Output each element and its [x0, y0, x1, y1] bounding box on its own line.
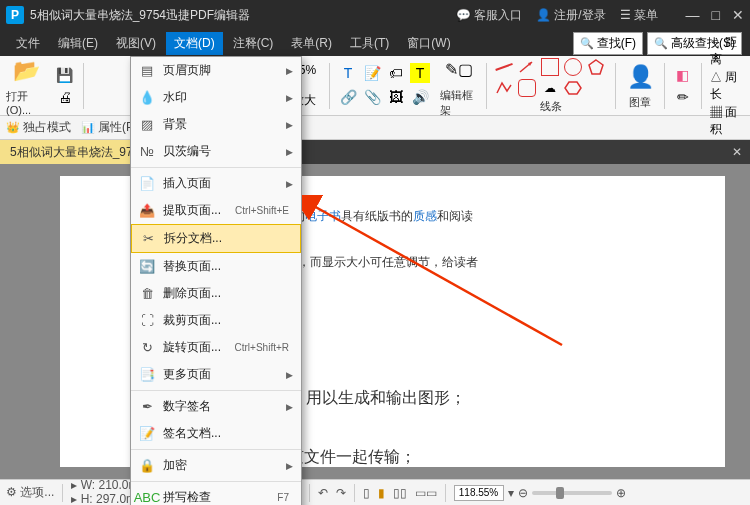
open-button[interactable]: 📂 打开(O)...	[6, 55, 47, 116]
menu-digital-sign[interactable]: ✒数字签名▶	[131, 393, 301, 420]
lock-icon: 🔒	[139, 458, 155, 474]
polyline-shape[interactable]	[495, 79, 513, 97]
menu-replace-page[interactable]: 🔄替换页面...	[131, 253, 301, 280]
menu-document[interactable]: 文档(D)	[166, 32, 223, 55]
menu-link[interactable]: ☰ 菜单	[620, 7, 658, 24]
rounded-rect-shape[interactable]	[518, 79, 536, 97]
highlight-icon[interactable]: T	[410, 63, 430, 83]
rotate-icon: ↻	[139, 340, 155, 356]
page-icon: ▤	[139, 63, 155, 79]
login-link[interactable]: 👤 注册/登录	[536, 7, 605, 24]
nav-fwd-button[interactable]: ↷	[336, 486, 346, 500]
split-icon: ✂	[140, 231, 156, 247]
menu-edit[interactable]: 编辑(E)	[50, 32, 106, 55]
zoom-in-button[interactable]: ⊕	[616, 486, 626, 500]
line-shape[interactable]	[495, 58, 513, 76]
options-button[interactable]: ⚙ 选项...	[6, 484, 54, 501]
menu-file[interactable]: 文件	[8, 32, 48, 55]
note-icon[interactable]: 📝	[362, 63, 382, 83]
menu-crop-page[interactable]: ⛶裁剪页面...	[131, 307, 301, 334]
replace-icon: 🔄	[139, 259, 155, 275]
menu-header-footer[interactable]: ▤页眉页脚▶	[131, 57, 301, 84]
print-icon[interactable]: 🖨	[55, 87, 75, 107]
link-icon[interactable]: 🔗	[338, 87, 358, 107]
attach-icon[interactable]: 📎	[362, 87, 382, 107]
folder-open-icon: 📂	[10, 55, 42, 87]
rect-shape[interactable]	[541, 58, 559, 76]
save-icon[interactable]: 💾	[55, 65, 75, 85]
layout-book-icon[interactable]: ▭▭	[415, 486, 437, 500]
toolbar: 📂 打开(O)... 💾 🖨 🔍 ⬜ 55% ▾ 放大 T 📝 🏷 T 🔗 📎 …	[0, 56, 750, 116]
layout-single-icon[interactable]: ▯	[363, 486, 370, 500]
more-icon: 📑	[139, 367, 155, 383]
sound-icon[interactable]: 🔊	[410, 87, 430, 107]
distance-tool[interactable]: ↔ 距离	[710, 34, 744, 68]
menu-watermark[interactable]: 💧水印▶	[131, 84, 301, 111]
eraser-icon[interactable]: ◧	[673, 65, 693, 85]
document-tabs: 5相似词大量串烧法_9754 × ✕	[0, 140, 750, 164]
service-link[interactable]: 💬 客服入口	[456, 7, 522, 24]
zoom-out-button[interactable]: ⊖	[518, 486, 528, 500]
area-tool[interactable]: ▦ 面积	[710, 104, 744, 138]
layout-continuous-icon[interactable]: ▮	[378, 486, 385, 500]
menu-encrypt[interactable]: 🔒加密▶	[131, 452, 301, 479]
menu-window[interactable]: 窗口(W)	[399, 32, 458, 55]
menu-sign-document[interactable]: 📝签名文档...	[131, 420, 301, 447]
number-icon: №	[139, 144, 155, 160]
polygon-shape[interactable]	[587, 58, 605, 76]
edit-area-button[interactable]: ✎▢ 编辑框架	[440, 54, 478, 118]
crop-icon: ⛶	[139, 313, 155, 329]
menu-more-pages[interactable]: 📑更多页面▶	[131, 361, 301, 388]
watermark-icon: 💧	[139, 90, 155, 106]
window-title: 5相似词大量串烧法_9754迅捷PDF编辑器	[30, 7, 456, 24]
tabs-close-all[interactable]: ✕	[724, 145, 750, 159]
app-logo: P	[6, 6, 24, 24]
maximize-button[interactable]: □	[712, 7, 720, 23]
menu-form[interactable]: 表单(R)	[283, 32, 340, 55]
nav-back-button[interactable]: ↶	[318, 486, 328, 500]
close-button[interactable]: ✕	[732, 7, 744, 23]
menu-annotate[interactable]: 注释(C)	[225, 32, 282, 55]
text-line: 成：	[250, 321, 695, 359]
arrow-shape[interactable]	[518, 58, 536, 76]
insert-icon: 📄	[139, 176, 155, 192]
menu-insert-page[interactable]: 📄插入页面▶	[131, 170, 301, 197]
circle-shape[interactable]	[564, 58, 582, 76]
extract-icon: 📤	[139, 203, 155, 219]
titlebar: P 5相似词大量串烧法_9754迅捷PDF编辑器 💬 客服入口 👤 注册/登录 …	[0, 0, 750, 30]
zoom-dropdown-icon[interactable]: ▾	[508, 486, 514, 500]
menu-background[interactable]: ▨背景▶	[131, 111, 301, 138]
cloud-shape[interactable]: ☁	[541, 79, 559, 97]
document-menu-dropdown: ▤页眉页脚▶ 💧水印▶ ▨背景▶ №贝茨编号▶ 📄插入页面▶ 📤提取页面...C…	[130, 56, 302, 505]
perimeter-tool[interactable]: △ 周长	[710, 69, 744, 103]
stamp-tool-icon[interactable]: 🏷	[386, 63, 406, 83]
text-line: ，用以生成和输出图形；	[290, 379, 695, 417]
spellcheck-icon: ABC	[139, 490, 155, 506]
stamp-button[interactable]: 👤 图章	[624, 61, 656, 110]
document-viewport[interactable]: DF 制作的电子书具有纸版书的质感和阅读 书的原貌，而显示大小可任意调节，给读者…	[0, 164, 750, 479]
menu-spellcheck[interactable]: ABC拼写检查F7	[131, 484, 301, 505]
text-tool-icon[interactable]: T	[338, 63, 358, 83]
zoom-slider[interactable]	[532, 491, 612, 495]
menu-rotate-page[interactable]: ↻旋转页面...Ctrl+Shift+R	[131, 334, 301, 361]
svg-marker-2	[589, 60, 603, 74]
layout-facing-icon[interactable]: ▯▯	[393, 486, 407, 500]
menu-split-document[interactable]: ✂拆分文档...	[131, 224, 301, 253]
find-button[interactable]: 🔍查找(F)	[573, 32, 643, 55]
sign-doc-icon: 📝	[139, 426, 155, 442]
svg-marker-3	[565, 82, 581, 94]
menu-view[interactable]: 视图(V)	[108, 32, 164, 55]
menu-delete-page[interactable]: 🗑删除页面...	[131, 280, 301, 307]
solo-mode-button[interactable]: 👑 独占模式	[6, 119, 71, 136]
menu-tools[interactable]: 工具(T)	[342, 32, 397, 55]
menu-bates[interactable]: №贝茨编号▶	[131, 138, 301, 165]
text-line: 使字型随文件一起传输；	[240, 438, 695, 467]
delete-icon: 🗑	[139, 286, 155, 302]
image-icon[interactable]: 🖼	[386, 87, 406, 107]
zoom-input[interactable]	[454, 485, 504, 501]
pencil-icon[interactable]: ✏	[673, 87, 693, 107]
menu-extract-page[interactable]: 📤提取页面...Ctrl+Shift+E	[131, 197, 301, 224]
hexagon-shape[interactable]	[564, 79, 582, 97]
signature-icon: ✒	[139, 399, 155, 415]
minimize-button[interactable]: —	[686, 7, 700, 23]
